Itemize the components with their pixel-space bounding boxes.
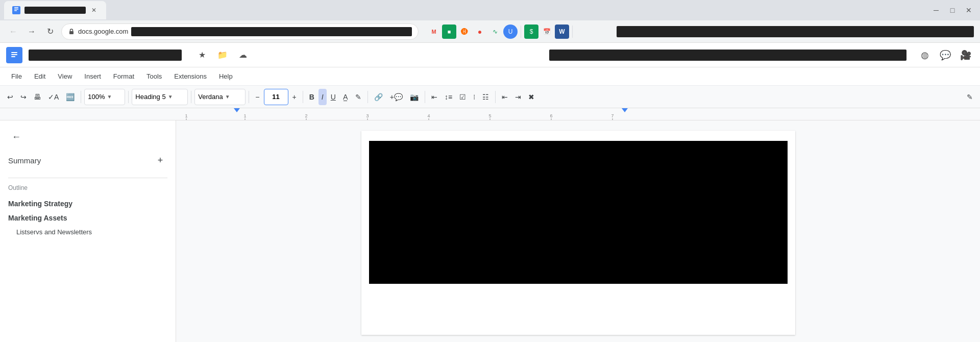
- increase-indent-button[interactable]: ⇥: [512, 89, 524, 105]
- extension-icons: M ■ 🅗 ● ∿ U $ 📅 W: [427, 25, 575, 39]
- ext-icon-6[interactable]: U: [503, 25, 518, 39]
- spellcheck-button[interactable]: ✓A: [45, 89, 62, 105]
- redo-button[interactable]: ↪: [17, 89, 30, 105]
- outline-item-1[interactable]: Marketing Strategy: [8, 198, 167, 210]
- summary-label: Summary: [8, 156, 41, 165]
- outline-item-3[interactable]: Listservs and Newsletters: [8, 226, 167, 238]
- menu-insert[interactable]: Insert: [79, 70, 106, 82]
- svg-text:2: 2: [305, 113, 307, 118]
- forward-button[interactable]: →: [24, 25, 39, 39]
- menu-view[interactable]: View: [53, 70, 77, 82]
- svg-text:6: 6: [550, 113, 552, 118]
- menu-help[interactable]: Help: [214, 70, 238, 82]
- outline-item-2[interactable]: Marketing Assets: [8, 212, 167, 224]
- paint-format-button[interactable]: 🆓: [63, 89, 78, 105]
- sidebar: ← Summary + Outline Marketing Strategy M…: [0, 120, 176, 342]
- decrease-indent-button[interactable]: ⇤: [499, 89, 511, 105]
- numbered-list-button[interactable]: ☷: [479, 89, 492, 105]
- clear-formatting-button[interactable]: ✖: [525, 89, 537, 105]
- font-size-decrease-button[interactable]: −: [252, 89, 262, 105]
- svg-text:7: 7: [611, 113, 614, 118]
- star-button[interactable]: ★: [194, 47, 210, 63]
- comment-toolbar-button[interactable]: +💬: [387, 89, 406, 105]
- video-call-button[interactable]: 🎥: [958, 47, 974, 63]
- sidebar-back-button[interactable]: ←: [8, 129, 24, 145]
- menu-edit[interactable]: Edit: [29, 70, 51, 82]
- link-button[interactable]: 🔗: [371, 89, 386, 105]
- text-color-button[interactable]: A̲: [340, 89, 351, 105]
- menu-tools[interactable]: Tools: [141, 70, 167, 82]
- toolbar-sep-4: [249, 91, 249, 103]
- highlight-button[interactable]: ✎: [352, 89, 364, 105]
- svg-rect-0: [14, 7, 18, 8]
- ext-icon-2[interactable]: ■: [442, 25, 456, 39]
- checklist-button[interactable]: ☑: [456, 89, 469, 105]
- toolbar-sep-8: [495, 91, 496, 103]
- svg-rect-2: [14, 10, 17, 11]
- svg-rect-1: [14, 9, 18, 10]
- browser-chrome: ✕ ─ □ ✕ ← → ↻ docs.google.com M ■ 🅗: [0, 0, 980, 43]
- ext-icon-4[interactable]: ●: [473, 25, 487, 39]
- toolbar: ↩ ↪ 🖶 ✓A 🆓 100% ▼ Heading 5 ▼ Verdana ▼ …: [0, 86, 980, 108]
- print-button[interactable]: 🖶: [31, 89, 44, 105]
- tab-close-button[interactable]: ✕: [90, 6, 98, 14]
- doc-image-redacted: [369, 141, 788, 284]
- image-button[interactable]: 📷: [407, 89, 422, 105]
- svg-text:5: 5: [488, 113, 491, 118]
- docs-header-right: [549, 50, 906, 61]
- docs-header: ★ 📁 ☁ ◍ 💬 🎥: [0, 43, 980, 67]
- address-bar[interactable]: docs.google.com: [61, 23, 419, 40]
- heading-style-select[interactable]: Heading 5 ▼: [132, 89, 188, 105]
- folder-button[interactable]: 📁: [214, 47, 231, 63]
- docs-main: ← Summary + Outline Marketing Strategy M…: [0, 120, 980, 342]
- menu-extensions[interactable]: Extensions: [169, 70, 212, 82]
- menu-bar: File Edit View Insert Format Tools Exten…: [0, 67, 980, 86]
- ext-icon-8[interactable]: 📅: [540, 25, 554, 39]
- edit-mode-button[interactable]: ✎: [964, 89, 976, 105]
- back-button[interactable]: ←: [6, 25, 20, 39]
- menu-format[interactable]: Format: [108, 70, 139, 82]
- font-select[interactable]: Verdana ▼: [194, 89, 246, 105]
- heading-style-value: Heading 5: [135, 93, 165, 101]
- browser-actions: [617, 26, 974, 37]
- bullet-list-button[interactable]: ⁝: [470, 89, 478, 105]
- toolbar-sep-7: [425, 91, 425, 103]
- font-size-input[interactable]: 11: [264, 89, 288, 105]
- doc-area[interactable]: [176, 120, 980, 342]
- summary-add-button[interactable]: +: [153, 153, 167, 167]
- zoom-select[interactable]: 100% ▼: [84, 89, 125, 105]
- toolbar-sep-1: [81, 91, 81, 103]
- tab-title: [24, 7, 86, 14]
- heading-chevron: ▼: [168, 94, 173, 100]
- active-tab[interactable]: ✕: [4, 1, 106, 19]
- font-size-increase-button[interactable]: +: [289, 89, 300, 105]
- close-window-button[interactable]: ✕: [962, 3, 976, 17]
- font-value: Verdana: [198, 93, 223, 101]
- cloud-button[interactable]: ☁: [235, 47, 251, 63]
- svg-rect-5: [11, 52, 17, 53]
- underline-button[interactable]: U: [328, 89, 339, 105]
- svg-text:3: 3: [366, 113, 369, 118]
- gmail-extension-icon[interactable]: M: [427, 25, 441, 39]
- font-chevron: ▼: [225, 94, 230, 100]
- nav-bar: ← → ↻ docs.google.com M ■ 🅗 ● ∿ U: [0, 20, 980, 43]
- separator-1: [521, 26, 521, 38]
- undo-button[interactable]: ↩: [4, 89, 16, 105]
- doc-page[interactable]: [361, 131, 795, 335]
- minimize-button[interactable]: ─: [929, 3, 943, 17]
- reload-button[interactable]: ↻: [43, 25, 57, 39]
- docs-header-right-redacted: [549, 50, 906, 61]
- menu-file[interactable]: File: [6, 70, 27, 82]
- ext-icon-9[interactable]: W: [555, 25, 569, 39]
- history-button[interactable]: ◍: [917, 47, 933, 63]
- italic-button[interactable]: I: [318, 89, 327, 105]
- bold-button[interactable]: B: [306, 89, 317, 105]
- align-button[interactable]: ⇤: [428, 89, 440, 105]
- ext-icon-3[interactable]: 🅗: [457, 25, 472, 39]
- nav-right-redacted: [617, 26, 974, 37]
- ext-icon-7[interactable]: $: [524, 25, 538, 39]
- maximize-button[interactable]: □: [945, 3, 960, 17]
- ext-icon-5[interactable]: ∿: [488, 25, 502, 39]
- comment-button[interactable]: 💬: [937, 47, 953, 63]
- line-spacing-button[interactable]: ↕≡: [442, 89, 455, 105]
